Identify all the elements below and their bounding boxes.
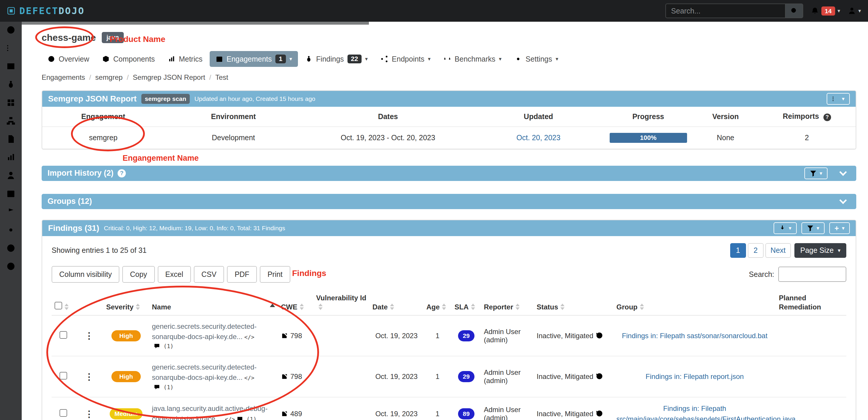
col-cwe[interactable]: CWE (278, 290, 313, 315)
cwe-link[interactable]: 798 (281, 372, 310, 381)
chevron-down-icon: ▾ (428, 56, 431, 62)
global-search-input[interactable] (665, 3, 785, 18)
csv-button[interactable]: CSV (194, 266, 224, 283)
tab-endpoints[interactable]: Endpoints▾ (375, 51, 436, 67)
col-reporter[interactable]: Reporter (481, 290, 534, 315)
planned-remediation-cell (776, 315, 846, 356)
group-link[interactable]: Findings in: Filepath report.json (616, 371, 773, 382)
sidebar-item-findings[interactable] (6, 79, 16, 90)
group-link[interactable]: Findings in: Filepath src/main/java/core… (616, 403, 773, 420)
breadcrumb-test[interactable]: Test (215, 73, 228, 82)
col-status[interactable]: Status (534, 290, 614, 315)
age-cell: 1 (424, 397, 452, 420)
col-sla[interactable]: SLA (452, 290, 481, 315)
tab-benchmarks[interactable]: Benchmarks▾ (437, 51, 507, 67)
col-name[interactable]: Name (149, 290, 278, 315)
sidebar-item-engagements[interactable] (6, 61, 16, 71)
sidebar-item-logout[interactable] (6, 261, 16, 272)
tab-components[interactable]: Components (96, 51, 161, 67)
reimports-help-icon[interactable]: ? (824, 114, 831, 121)
tab-engagements[interactable]: Engagements1▾ (210, 51, 298, 67)
page-size-button[interactable]: Page Size▾ (795, 243, 846, 258)
next-page-button[interactable]: Next (765, 243, 791, 258)
defectdojo-logo[interactable]: DEFECTDOJO (7, 5, 85, 17)
finding-name-link[interactable]: generic.secrets.security.detected-sonarq… (152, 322, 256, 340)
print-button[interactable]: Print (260, 266, 290, 283)
chevron-down-icon[interactable] (839, 197, 846, 204)
import-history-filter-button[interactable]: ▾ (804, 168, 828, 179)
tab-findings[interactable]: Findings22▾ (299, 51, 374, 67)
row-actions-menu[interactable]: ⋮ (85, 331, 94, 340)
findings-filter-button[interactable]: ▾ (801, 222, 825, 234)
notifications-menu[interactable]: 14 ▾ (811, 6, 840, 16)
cwe-link[interactable]: 798 (281, 332, 310, 340)
page-2-button[interactable]: 2 (748, 243, 764, 258)
tab-metrics[interactable]: Metrics (162, 51, 209, 67)
sidebar-item-configuration[interactable] (6, 225, 16, 235)
row-checkbox[interactable] (60, 372, 67, 380)
sidebar-item-endpoints[interactable] (6, 116, 16, 126)
table-search-input[interactable] (778, 267, 846, 282)
external-link-icon (281, 373, 288, 380)
date-cell: Oct. 19, 2023 (370, 397, 424, 420)
findings-table: Severity Name CWE Vulnerability Id Date … (52, 290, 846, 420)
sidebar-item-reports[interactable] (6, 134, 16, 144)
col-severity[interactable]: Severity (103, 290, 149, 315)
sidebar-item-benchmarks[interactable] (6, 207, 16, 217)
sidebar-item-components[interactable] (6, 97, 16, 108)
flag-icon (6, 207, 16, 216)
comment-icon: (1) (237, 416, 256, 420)
sort-icon (136, 304, 140, 310)
left-sidebar (0, 22, 22, 420)
col-group[interactable]: Group (614, 290, 776, 315)
sidebar-item-support[interactable] (6, 243, 16, 253)
engagement-name-cell[interactable]: semgrep (42, 127, 164, 149)
product-name[interactable]: chess-game (42, 32, 96, 43)
sidebar-item-users[interactable] (6, 170, 16, 181)
scan-type-badge[interactable]: semgrep scan (141, 94, 190, 104)
col-environment: Environment (164, 107, 303, 127)
severity-badge: Medium (110, 408, 142, 419)
user-menu[interactable]: ▾ (848, 7, 861, 15)
import-history-help-icon[interactable]: ? (118, 169, 126, 177)
tab-overview[interactable]: Overview (42, 51, 95, 67)
group-link[interactable]: Findings in: Filepath sast/sonar/sonarcl… (616, 331, 773, 341)
row-checkbox[interactable] (60, 331, 67, 339)
page-1-button[interactable]: 1 (730, 243, 746, 258)
findings-download-button[interactable]: ▾ (774, 222, 797, 234)
row-actions-menu[interactable]: ⋮ (85, 372, 94, 382)
excel-button[interactable]: Excel (158, 266, 191, 283)
history-icon (596, 372, 603, 381)
breadcrumb-engagements[interactable]: Engagements (42, 73, 85, 82)
cwe-link[interactable]: 489 (281, 410, 310, 418)
planned-remediation-cell (776, 356, 846, 397)
pdf-button[interactable]: PDF (227, 266, 257, 283)
copy-button[interactable]: Copy (122, 266, 155, 283)
pagination: 1 2 Next Page Size▾ (730, 243, 846, 258)
col-progress: Progress (603, 107, 693, 127)
updated-link[interactable]: Oct. 20, 2023 (517, 133, 560, 142)
col-planned-remediation[interactable]: Planned Remediation (776, 290, 846, 315)
sidebar-item-metrics[interactable] (6, 152, 16, 162)
breadcrumb-report[interactable]: Semgrep JSON Report (133, 73, 205, 82)
findings-add-button[interactable]: + ▾ (829, 222, 850, 234)
row-actions-menu[interactable]: ⋮ (85, 409, 94, 419)
search-button[interactable] (785, 3, 803, 18)
col-vulnerability-id[interactable]: Vulnerability Id (313, 290, 370, 315)
findings-title: Findings (31) (48, 223, 99, 233)
sidebar-item-calendar[interactable] (6, 188, 16, 199)
product-tag-badge[interactable]: java (102, 32, 124, 43)
sidebar-item-products[interactable] (6, 43, 16, 53)
chevron-down-icon[interactable] (839, 168, 846, 176)
sidebar-item-dashboard[interactable] (6, 25, 16, 35)
panel-menu-button[interactable]: ▾ (827, 93, 850, 105)
select-all-checkbox[interactable] (55, 302, 62, 309)
tab-settings[interactable]: Settings▾ (508, 51, 564, 67)
row-checkbox[interactable] (60, 409, 67, 417)
column-visibility-button[interactable]: Column visibility (52, 266, 119, 283)
breadcrumb-semgrep[interactable]: semgrep (95, 73, 123, 82)
col-date[interactable]: Date (370, 290, 424, 315)
col-age[interactable]: Age (424, 290, 452, 315)
lifering-icon (6, 243, 16, 253)
finding-name-link[interactable]: generic.secrets.security.detected-sonarq… (152, 363, 256, 381)
